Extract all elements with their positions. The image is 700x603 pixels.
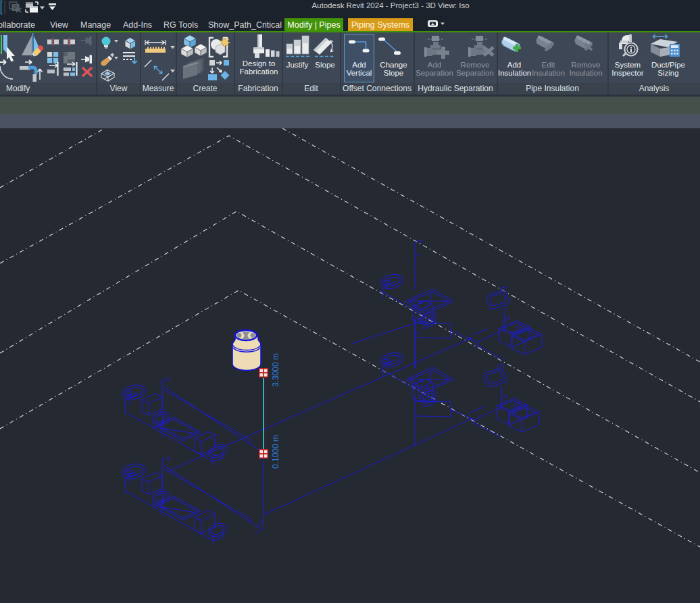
svg-text:3.3000 m: 3.3000 m <box>271 353 280 387</box>
svg-text:0.1000 m: 0.1000 m <box>271 435 280 469</box>
